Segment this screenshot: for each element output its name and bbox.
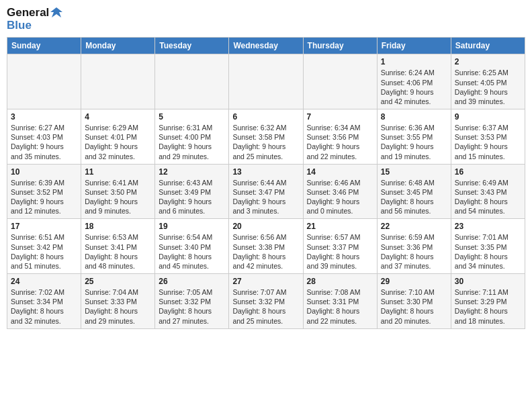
calendar-empty-cell — [229, 54, 303, 109]
weekday-header-thursday: Thursday — [303, 38, 377, 54]
day-info: Sunrise: 7:07 AM Sunset: 3:32 PM Dayligh… — [232, 287, 299, 326]
day-info: Sunrise: 7:05 AM Sunset: 3:32 PM Dayligh… — [159, 287, 225, 326]
calendar-day-6: 6Sunrise: 6:32 AM Sunset: 3:58 PM Daylig… — [229, 109, 303, 165]
calendar-day-26: 26Sunrise: 7:05 AM Sunset: 3:32 PM Dayli… — [155, 274, 229, 329]
day-number: 8 — [381, 112, 447, 122]
day-info: Sunrise: 6:51 AM Sunset: 3:42 PM Dayligh… — [11, 232, 77, 271]
day-info: Sunrise: 6:39 AM Sunset: 3:52 PM Dayligh… — [11, 178, 77, 216]
calendar-day-13: 13Sunrise: 6:44 AM Sunset: 3:47 PM Dayli… — [229, 164, 303, 219]
day-info: Sunrise: 6:43 AM Sunset: 3:49 PM Dayligh… — [159, 178, 225, 216]
day-number: 29 — [381, 277, 447, 286]
logo-line2: Blue — [7, 19, 62, 32]
day-info: Sunrise: 6:36 AM Sunset: 3:55 PM Dayligh… — [381, 123, 447, 161]
day-number: 27 — [232, 277, 299, 286]
day-number: 18 — [85, 222, 151, 231]
calendar-week-row: 1Sunrise: 6:24 AM Sunset: 4:06 PM Daylig… — [7, 54, 525, 109]
day-number: 4 — [85, 112, 151, 122]
day-info: Sunrise: 6:59 AM Sunset: 3:36 PM Dayligh… — [381, 232, 447, 271]
day-info: Sunrise: 6:34 AM Sunset: 3:56 PM Dayligh… — [307, 123, 373, 161]
day-info: Sunrise: 6:46 AM Sunset: 3:46 PM Dayligh… — [307, 178, 373, 216]
day-number: 21 — [307, 222, 373, 231]
calendar-day-12: 12Sunrise: 6:43 AM Sunset: 3:49 PM Dayli… — [155, 164, 229, 219]
day-number: 11 — [85, 167, 151, 177]
day-number: 9 — [455, 112, 521, 122]
day-number: 22 — [381, 222, 447, 231]
day-number: 1 — [381, 57, 447, 66]
logo-line1: General — [7, 7, 49, 19]
day-number: 3 — [11, 112, 77, 122]
day-info: Sunrise: 7:04 AM Sunset: 3:33 PM Dayligh… — [85, 287, 151, 326]
calendar-day-22: 22Sunrise: 6:59 AM Sunset: 3:36 PM Dayli… — [377, 219, 451, 274]
calendar-week-row: 17Sunrise: 6:51 AM Sunset: 3:42 PM Dayli… — [7, 219, 525, 274]
day-info: Sunrise: 6:37 AM Sunset: 3:53 PM Dayligh… — [455, 123, 521, 161]
calendar-day-8: 8Sunrise: 6:36 AM Sunset: 3:55 PM Daylig… — [377, 109, 451, 165]
logo-container: General Blue — [7, 7, 62, 32]
weekday-header-saturday: Saturday — [451, 38, 525, 54]
calendar-day-25: 25Sunrise: 7:04 AM Sunset: 3:33 PM Dayli… — [81, 274, 155, 329]
day-number: 23 — [455, 222, 521, 231]
calendar-day-29: 29Sunrise: 7:10 AM Sunset: 3:30 PM Dayli… — [377, 274, 451, 329]
day-info: Sunrise: 6:44 AM Sunset: 3:47 PM Dayligh… — [232, 178, 299, 216]
weekday-header-row: SundayMondayTuesdayWednesdayThursdayFrid… — [7, 38, 525, 54]
day-number: 25 — [85, 277, 151, 286]
weekday-header-friday: Friday — [377, 38, 451, 54]
day-number: 15 — [381, 167, 447, 177]
calendar-day-20: 20Sunrise: 6:56 AM Sunset: 3:38 PM Dayli… — [229, 219, 303, 274]
day-info: Sunrise: 6:31 AM Sunset: 4:00 PM Dayligh… — [159, 123, 225, 161]
day-number: 20 — [232, 222, 299, 231]
calendar-day-9: 9Sunrise: 6:37 AM Sunset: 3:53 PM Daylig… — [451, 109, 525, 165]
calendar-day-1: 1Sunrise: 6:24 AM Sunset: 4:06 PM Daylig… — [377, 54, 451, 109]
day-number: 14 — [307, 167, 373, 177]
day-number: 30 — [455, 277, 521, 286]
day-info: Sunrise: 6:32 AM Sunset: 3:58 PM Dayligh… — [232, 123, 299, 161]
calendar-empty-cell — [81, 54, 155, 109]
calendar-day-27: 27Sunrise: 7:07 AM Sunset: 3:32 PM Dayli… — [229, 274, 303, 329]
calendar-day-11: 11Sunrise: 6:41 AM Sunset: 3:50 PM Dayli… — [81, 164, 155, 219]
day-info: Sunrise: 6:54 AM Sunset: 3:40 PM Dayligh… — [159, 232, 225, 271]
day-info: Sunrise: 6:24 AM Sunset: 4:06 PM Dayligh… — [381, 68, 447, 106]
day-info: Sunrise: 7:02 AM Sunset: 3:34 PM Dayligh… — [11, 287, 77, 326]
day-number: 28 — [307, 277, 373, 286]
calendar-week-row: 3Sunrise: 6:27 AM Sunset: 4:03 PM Daylig… — [7, 109, 525, 165]
calendar-day-14: 14Sunrise: 6:46 AM Sunset: 3:46 PM Dayli… — [303, 164, 377, 219]
day-number: 2 — [455, 57, 521, 66]
day-info: Sunrise: 7:08 AM Sunset: 3:31 PM Dayligh… — [307, 287, 373, 326]
day-number: 7 — [307, 112, 373, 122]
day-number: 16 — [455, 167, 521, 177]
calendar-day-28: 28Sunrise: 7:08 AM Sunset: 3:31 PM Dayli… — [303, 274, 377, 329]
day-number: 24 — [11, 277, 77, 286]
day-info: Sunrise: 6:27 AM Sunset: 4:03 PM Dayligh… — [11, 123, 77, 161]
calendar-empty-cell — [155, 54, 229, 109]
day-number: 6 — [232, 112, 299, 122]
weekday-header-tuesday: Tuesday — [155, 38, 229, 54]
calendar-day-7: 7Sunrise: 6:34 AM Sunset: 3:56 PM Daylig… — [303, 109, 377, 165]
weekday-header-wednesday: Wednesday — [229, 38, 303, 54]
logo-bird-icon — [50, 7, 62, 18]
calendar-day-24: 24Sunrise: 7:02 AM Sunset: 3:34 PM Dayli… — [7, 274, 81, 329]
calendar-empty-cell — [7, 54, 81, 109]
calendar-day-21: 21Sunrise: 6:57 AM Sunset: 3:37 PM Dayli… — [303, 219, 377, 274]
calendar-day-18: 18Sunrise: 6:53 AM Sunset: 3:41 PM Dayli… — [81, 219, 155, 274]
calendar-day-3: 3Sunrise: 6:27 AM Sunset: 4:03 PM Daylig… — [7, 109, 81, 165]
calendar-day-30: 30Sunrise: 7:11 AM Sunset: 3:29 PM Dayli… — [451, 274, 525, 329]
calendar-day-19: 19Sunrise: 6:54 AM Sunset: 3:40 PM Dayli… — [155, 219, 229, 274]
day-number: 26 — [159, 277, 225, 286]
calendar-empty-cell — [303, 54, 377, 109]
day-info: Sunrise: 7:10 AM Sunset: 3:30 PM Dayligh… — [381, 287, 447, 326]
calendar-table: SundayMondayTuesdayWednesdayThursdayFrid… — [7, 37, 525, 328]
day-info: Sunrise: 6:41 AM Sunset: 3:50 PM Dayligh… — [85, 178, 151, 216]
weekday-header-monday: Monday — [81, 38, 155, 54]
calendar-day-23: 23Sunrise: 7:01 AM Sunset: 3:35 PM Dayli… — [451, 219, 525, 274]
day-number: 17 — [11, 222, 77, 231]
day-number: 13 — [232, 167, 299, 177]
page-header: General Blue — [7, 7, 525, 32]
day-info: Sunrise: 6:25 AM Sunset: 4:05 PM Dayligh… — [455, 68, 521, 106]
day-number: 19 — [159, 222, 225, 231]
calendar-day-15: 15Sunrise: 6:48 AM Sunset: 3:45 PM Dayli… — [377, 164, 451, 219]
weekday-header-sunday: Sunday — [7, 38, 81, 54]
calendar-week-row: 10Sunrise: 6:39 AM Sunset: 3:52 PM Dayli… — [7, 164, 525, 219]
day-number: 5 — [159, 112, 225, 122]
calendar-day-2: 2Sunrise: 6:25 AM Sunset: 4:05 PM Daylig… — [451, 54, 525, 109]
calendar-day-5: 5Sunrise: 6:31 AM Sunset: 4:00 PM Daylig… — [155, 109, 229, 165]
day-info: Sunrise: 7:01 AM Sunset: 3:35 PM Dayligh… — [455, 232, 521, 271]
